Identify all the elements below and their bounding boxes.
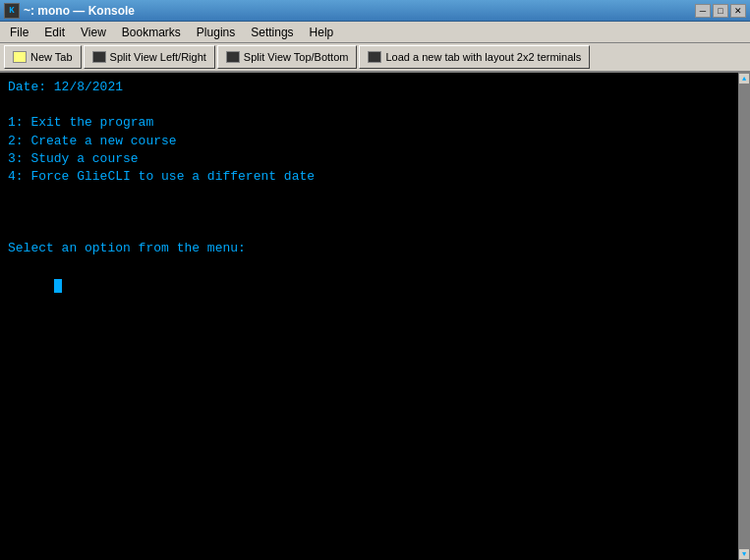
input-line[interactable] (8, 257, 730, 311)
menu-item-2: 2: Create a new course (8, 133, 730, 150)
blank-line-2 (8, 186, 730, 203)
terminal-content: Date: 12/8/2021 1: Exit the program 2: C… (0, 73, 738, 560)
split-tb-icon (226, 51, 240, 63)
title-bar-left: K ~: mono — Konsole (4, 3, 135, 19)
scroll-down-button[interactable]: ▼ (738, 548, 750, 560)
menu-help[interactable]: Help (302, 24, 342, 41)
title-bar: K ~: mono — Konsole ─ □ ✕ (0, 0, 750, 22)
layout-icon (368, 51, 381, 63)
menu-bar: File Edit View Bookmarks Plugins Setting… (0, 22, 750, 43)
date-line: Date: 12/8/2021 (8, 79, 730, 96)
menu-item-3: 3: Study a course (8, 150, 730, 168)
scroll-track[interactable] (738, 84, 750, 548)
terminal-cursor (54, 279, 62, 293)
window-controls: ─ □ ✕ (695, 4, 746, 18)
new-tab-icon (13, 51, 27, 63)
scrollbar[interactable]: ▲ ▼ (738, 73, 750, 560)
blank-line-1 (8, 96, 730, 114)
split-lr-icon (92, 51, 106, 63)
split-lr-label: Split View Left/Right (110, 51, 206, 63)
app-icon: K (4, 3, 20, 19)
menu-item-4: 4: Force GlieCLI to use a different date (8, 168, 730, 186)
split-view-lr-button[interactable]: Split View Left/Right (84, 45, 215, 69)
minimize-button[interactable]: ─ (695, 4, 711, 18)
window-title: ~: mono — Konsole (24, 4, 135, 18)
blank-line-3 (8, 203, 730, 221)
maximize-button[interactable]: □ (713, 4, 728, 18)
prompt-line: Select an option from the menu: (8, 240, 730, 257)
menu-file[interactable]: File (2, 24, 36, 41)
new-tab-button[interactable]: New Tab (4, 45, 82, 69)
split-tb-label: Split View Top/Bottom (244, 51, 349, 63)
menu-plugins[interactable]: Plugins (189, 24, 243, 41)
menu-settings[interactable]: Settings (243, 24, 301, 41)
menu-view[interactable]: View (73, 24, 114, 41)
scroll-up-button[interactable]: ▲ (738, 73, 750, 84)
menu-bookmarks[interactable]: Bookmarks (114, 24, 189, 41)
new-tab-label: New Tab (30, 51, 73, 63)
toolbar: New Tab Split View Left/Right Split View… (0, 43, 750, 73)
close-button[interactable]: ✕ (730, 4, 746, 18)
menu-edit[interactable]: Edit (36, 24, 73, 41)
blank-line-4 (8, 222, 730, 240)
layout-label: Load a new tab with layout 2x2 terminals (385, 51, 581, 63)
terminal: Date: 12/8/2021 1: Exit the program 2: C… (0, 73, 750, 560)
layout-2x2-button[interactable]: Load a new tab with layout 2x2 terminals (359, 45, 590, 69)
menu-item-1: 1: Exit the program (8, 114, 730, 132)
split-view-tb-button[interactable]: Split View Top/Bottom (217, 45, 358, 69)
